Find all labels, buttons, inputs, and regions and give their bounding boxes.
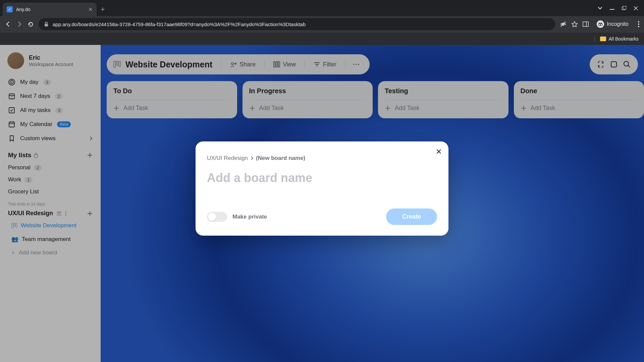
svg-point-8: [598, 24, 600, 26]
svg-point-9: [600, 24, 602, 26]
svg-line-5: [561, 22, 566, 26]
new-tab-button[interactable]: +: [101, 5, 105, 14]
browser-toolbar: app.any.do/boards/e244158a-3728-4759-86f…: [0, 16, 644, 32]
breadcrumb-parent[interactable]: UX/UI Redesign: [207, 155, 248, 162]
back-icon[interactable]: [5, 21, 11, 27]
eye-off-icon[interactable]: [560, 21, 567, 27]
breadcrumb: UX/UI Redesign (New board name): [207, 155, 437, 162]
svg-rect-3: [45, 24, 48, 26]
app-viewport: Eric Workspace Account My day 3 7 Next 7…: [0, 45, 644, 362]
svg-rect-6: [583, 22, 588, 26]
forward-icon[interactable]: [16, 21, 23, 27]
folder-icon: [600, 37, 606, 41]
chevron-right-icon: [251, 156, 253, 160]
close-window-icon[interactable]: [634, 6, 638, 10]
url-text: app.any.do/boards/e244158a-3728-4759-86f…: [53, 21, 306, 27]
reload-icon[interactable]: [28, 21, 34, 27]
breadcrumb-current: (New board name): [256, 155, 305, 162]
bookmark-star-icon[interactable]: [571, 21, 578, 27]
maximize-icon[interactable]: [622, 6, 626, 10]
browser-tabstrip: ✓ Any.do ✕ +: [0, 0, 644, 16]
make-private-toggle[interactable]: [207, 212, 227, 222]
new-board-modal: ✕ UX/UI Redesign (New board name) Make p…: [196, 141, 448, 236]
tab-title: Any.do: [16, 7, 31, 12]
address-bar[interactable]: app.any.do/boards/e244158a-3728-4759-86f…: [39, 18, 555, 30]
all-bookmarks-button[interactable]: All Bookmarks: [600, 36, 639, 42]
incognito-label: Incognito: [607, 21, 629, 27]
svg-point-12: [638, 26, 639, 27]
tab-search-chevron-icon[interactable]: [598, 6, 602, 10]
incognito-icon: [597, 20, 604, 28]
favicon: ✓: [7, 6, 13, 12]
make-private-label: Make private: [232, 214, 267, 220]
create-button[interactable]: Create: [386, 208, 437, 225]
all-bookmarks-label: All Bookmarks: [609, 36, 639, 42]
bookmarks-bar: | All Bookmarks: [0, 32, 644, 45]
svg-rect-0: [610, 9, 614, 10]
bookmarks-divider: |: [594, 36, 595, 42]
incognito-badge[interactable]: Incognito: [593, 19, 632, 29]
svg-point-10: [638, 21, 639, 22]
browser-tab[interactable]: ✓ Any.do ✕: [3, 3, 97, 16]
chrome-menu-icon[interactable]: [638, 21, 639, 27]
svg-point-11: [638, 23, 639, 25]
side-panel-icon[interactable]: [583, 21, 589, 27]
lock-icon: [44, 21, 49, 27]
close-tab-icon[interactable]: ✕: [88, 6, 93, 13]
close-icon[interactable]: ✕: [436, 147, 442, 156]
minimize-icon[interactable]: [610, 6, 614, 10]
board-name-input[interactable]: [207, 171, 437, 185]
svg-rect-2: [623, 6, 626, 9]
